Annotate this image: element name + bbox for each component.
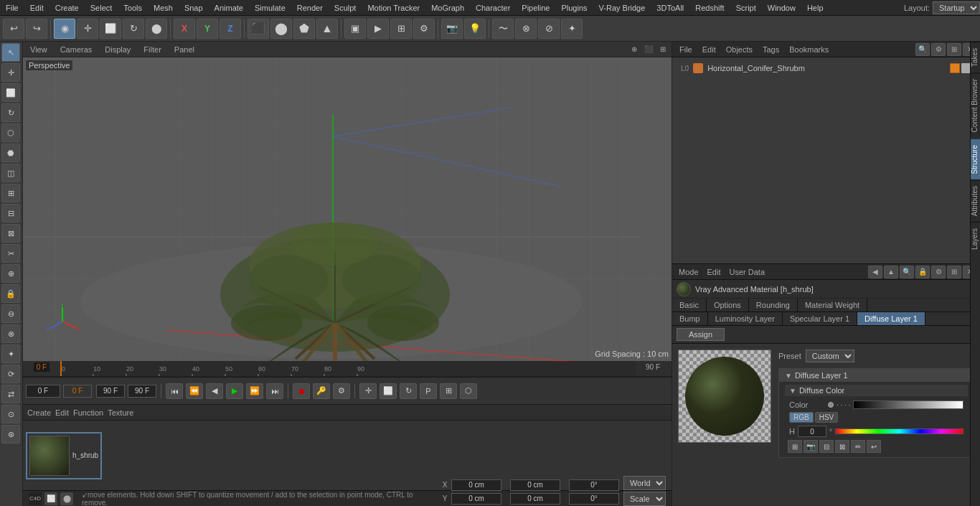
tool-19[interactable]: ⊙ — [1, 405, 20, 423]
hsv-tab[interactable]: HSV — [815, 412, 839, 423]
current-frame-field[interactable] — [63, 385, 92, 398]
sphere-button[interactable]: ⬤ — [270, 19, 292, 39]
fps-field[interactable] — [128, 385, 156, 398]
rotate-tool-button[interactable]: ↻ — [123, 19, 144, 39]
rotate-tool[interactable]: ↻ — [1, 103, 20, 122]
side-tab-content-browser[interactable]: Content Browser — [971, 72, 980, 138]
timeline-options-button[interactable]: ⚙ — [333, 383, 350, 399]
side-tab-structure[interactable]: Structure — [971, 139, 980, 180]
move-tool-button[interactable]: ✛ — [77, 19, 98, 39]
side-tab-attributes[interactable]: Attributes — [971, 179, 980, 222]
y-pos-field[interactable] — [451, 493, 501, 505]
menu-mesh[interactable]: Mesh — [148, 2, 179, 14]
side-tab-takes[interactable]: Takes — [971, 42, 980, 72]
tool-18[interactable]: ⇄ — [1, 385, 20, 403]
step-forward-button[interactable]: ⏩ — [246, 383, 263, 399]
world-select[interactable]: World — [623, 476, 666, 490]
render-region-button[interactable]: ▣ — [344, 19, 366, 39]
menu-plugins[interactable]: Plugins — [555, 2, 593, 14]
menu-render[interactable]: Render — [291, 2, 329, 14]
3d-viewport[interactable]: Perspective Grid Spacing : 10 cm X Y Z — [23, 57, 672, 361]
menu-sculpt[interactable]: Sculpt — [329, 2, 362, 14]
obj-tab-edit[interactable]: Edit — [698, 44, 720, 55]
goto-start-button[interactable]: ⏮ — [166, 383, 183, 399]
viewport-tab-panel[interactable]: Panel — [170, 44, 199, 55]
x-pos-field[interactable] — [451, 479, 501, 491]
tl-btn-1[interactable]: ✛ — [359, 383, 377, 399]
start-frame-field[interactable] — [26, 385, 60, 398]
mat-tab-bump[interactable]: Bump — [672, 312, 708, 325]
tex-btn-5[interactable]: ✏ — [851, 440, 865, 453]
scale-select[interactable]: Scale — [623, 492, 666, 506]
tool-14[interactable]: ⊖ — [1, 304, 20, 323]
obj-tab-tags[interactable]: Tags — [758, 44, 783, 55]
x-size-field[interactable] — [510, 479, 560, 491]
x-axis-button[interactable]: X — [174, 19, 195, 39]
mat-edit[interactable]: Edit — [55, 408, 69, 417]
menu-pipeline[interactable]: Pipeline — [516, 2, 555, 14]
y-axis-button[interactable]: Y — [197, 19, 218, 39]
mat-function[interactable]: Function — [73, 408, 103, 417]
render-view-button[interactable]: ▶ — [367, 19, 389, 39]
cinema4d-icon[interactable]: C4D — [29, 492, 42, 505]
transform-tool-button[interactable]: ⬤ — [146, 19, 167, 39]
nurbs-button[interactable]: ⊗ — [515, 19, 537, 39]
menu-script[interactable]: Script — [730, 2, 762, 14]
pointer-tool[interactable]: ↖ — [1, 43, 20, 62]
tool-5[interactable]: ⬡ — [1, 123, 20, 142]
mat-tab-luminosity[interactable]: Luminosity Layer — [708, 312, 783, 325]
menu-help[interactable]: Help — [801, 2, 829, 14]
end-frame-field2[interactable] — [96, 385, 125, 398]
menu-mograph[interactable]: MoGraph — [425, 2, 470, 14]
viewport-maximize[interactable]: ⊕ — [628, 44, 640, 55]
tl-btn-5[interactable]: ⊞ — [440, 383, 457, 399]
move-tool[interactable]: ✛ — [1, 63, 20, 82]
mat-texture[interactable]: Texture — [108, 408, 133, 417]
obj-maximize-icon[interactable]: ⊞ — [947, 43, 961, 56]
tool-9[interactable]: ⊟ — [1, 204, 20, 222]
tl-btn-6[interactable]: ⬡ — [460, 383, 477, 399]
menu-file[interactable]: File — [0, 2, 24, 14]
obj-search-icon[interactable]: 🔍 — [915, 43, 930, 56]
viewport-tab-filter[interactable]: Filter — [139, 44, 165, 55]
assign-button[interactable]: Assign — [677, 328, 725, 341]
tool-8[interactable]: ⊞ — [1, 184, 20, 202]
scale-tool[interactable]: ⬜ — [1, 83, 20, 102]
deformer-button[interactable]: ⊘ — [538, 19, 560, 39]
layout-select[interactable]: Startup — [933, 1, 980, 14]
obj-tab-file[interactable]: File — [675, 44, 697, 55]
tex-btn-6[interactable]: ↩ — [867, 440, 881, 453]
menu-select[interactable]: Select — [85, 2, 118, 14]
mat-tab-specular[interactable]: Specular Layer 1 — [783, 312, 857, 325]
menu-3dtoall[interactable]: 3DToAll — [651, 2, 689, 14]
tool-11[interactable]: ✂ — [1, 244, 20, 263]
spline-button[interactable]: 〜 — [492, 19, 514, 39]
tool-17[interactable]: ⟳ — [1, 365, 20, 383]
timeline-ruler[interactable]: 0 10 20 30 40 50 60 70 80 90 — [23, 361, 672, 377]
mat-tab-options[interactable]: Options — [707, 299, 749, 311]
tl-btn-3[interactable]: ↻ — [400, 383, 417, 399]
attr-tab-edit[interactable]: Edit — [704, 266, 725, 278]
tex-btn-1[interactable]: ⊞ — [788, 440, 802, 453]
radio-button-color[interactable] — [828, 402, 834, 408]
menu-vray[interactable]: V-Ray Bridge — [593, 2, 651, 14]
scale-tool-button[interactable]: ⬜ — [100, 19, 121, 39]
undo-button[interactable]: ↩ — [3, 19, 24, 39]
menu-create[interactable]: Create — [50, 2, 85, 14]
y-size-field[interactable] — [510, 493, 560, 505]
tool-16[interactable]: ✦ — [1, 345, 20, 363]
tool-20[interactable]: ⊛ — [1, 425, 20, 444]
h-slider[interactable] — [835, 428, 963, 434]
cube-button[interactable]: ⬛ — [248, 19, 269, 39]
material-item[interactable]: h_shrub — [26, 432, 102, 479]
goto-end-button[interactable]: ⏭ — [266, 383, 283, 399]
tl-btn-4[interactable]: P — [420, 383, 437, 399]
menu-window[interactable]: Window — [762, 2, 801, 14]
menu-motion-tracker[interactable]: Motion Tracker — [362, 2, 425, 14]
attr-back-icon[interactable]: ◀ — [868, 266, 882, 278]
auto-key-button[interactable]: 🔑 — [313, 383, 330, 399]
mat-tab-weight[interactable]: Material Weight — [798, 299, 867, 311]
side-tab-layers[interactable]: Layers — [971, 222, 980, 256]
y-rot-field[interactable] — [569, 493, 619, 505]
mat-tab-basic[interactable]: Basic — [672, 299, 707, 311]
